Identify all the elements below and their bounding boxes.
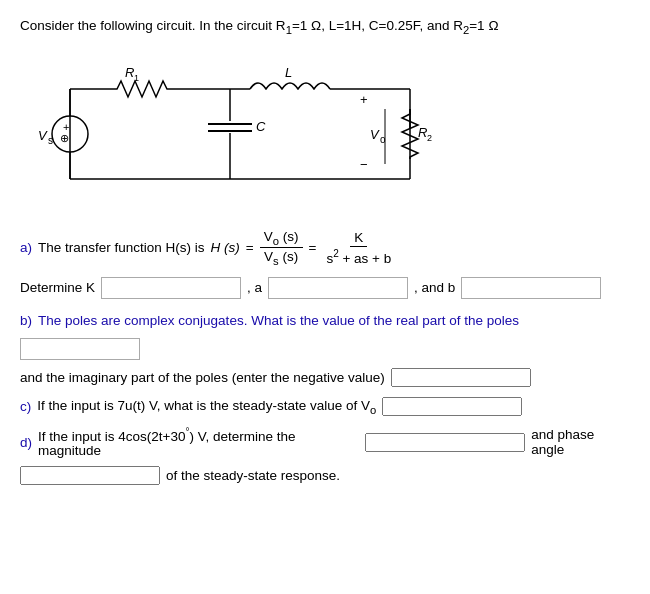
K-denominator: s2 + as + b (322, 247, 395, 266)
part-a-section: a) The transfer function H(s) is H (s) =… (20, 229, 630, 299)
steady-state-c-input[interactable] (382, 397, 522, 416)
part-c-row: c) If the input is 7u(t) V, what is the … (20, 397, 630, 416)
and-phase-label: and phase angle (531, 427, 630, 457)
steady-state-label: of the steady-state response. (166, 468, 340, 483)
a-input[interactable] (268, 277, 408, 299)
part-c-section: c) If the input is 7u(t) V, what is the … (20, 397, 630, 416)
part-c-desc: If the input is 7u(t) V, what is the ste… (37, 398, 376, 416)
part-a-marker: a) (20, 240, 32, 255)
equals1: = (246, 240, 254, 255)
magnitude-input[interactable] (365, 433, 525, 452)
b-input[interactable] (461, 277, 601, 299)
part-b-section: b) The poles are complex conjugates. Wha… (20, 313, 630, 387)
problem-header: Consider the following circuit. In the c… (20, 16, 630, 39)
imag-poles-input[interactable] (391, 368, 531, 387)
svg-text:2: 2 (427, 133, 432, 143)
and-b-label: , and b (414, 280, 455, 295)
svg-text:−: − (360, 157, 368, 172)
svg-text:R: R (418, 125, 427, 140)
K-input[interactable] (101, 277, 241, 299)
real-poles-row (20, 338, 630, 360)
fraction-numerator: Vo (s) (260, 229, 303, 249)
part-b-marker: b) (20, 313, 32, 328)
svg-text:C: C (256, 119, 266, 134)
determine-label: Determine K (20, 280, 95, 295)
part-d-desc: If the input is 4cos(2t+30°) V, determin… (38, 426, 359, 459)
part-d-section: d) If the input is 4cos(2t+30°) V, deter… (20, 426, 630, 486)
K-numerator: K (350, 230, 367, 247)
svg-text:s: s (48, 135, 53, 146)
part-b-desc: The poles are complex conjugates. What i… (38, 313, 519, 328)
part-d-marker: d) (20, 435, 32, 450)
comma-a-label: , a (247, 280, 262, 295)
equals2: = (309, 240, 317, 255)
part-a-desc: The transfer function H(s) is (38, 240, 205, 255)
svg-text:V: V (38, 128, 48, 143)
part-a-label: a) The transfer function H(s) is H (s) =… (20, 229, 630, 267)
determine-row: Determine K , a , and b (20, 277, 630, 299)
K-fraction: K s2 + as + b (322, 230, 395, 266)
fraction-denominator: Vs (s) (260, 248, 302, 267)
svg-text:⊕: ⊕ (60, 132, 69, 144)
svg-text:V: V (370, 127, 380, 142)
part-d-row: d) If the input is 4cos(2t+30°) V, deter… (20, 426, 630, 459)
Hs-label: H (s) (211, 240, 240, 255)
phase-row: of the steady-state response. (20, 466, 630, 485)
part-c-marker: c) (20, 399, 31, 414)
imaginary-part-row: and the imaginary part of the poles (ent… (20, 368, 630, 387)
svg-text:+: + (360, 92, 368, 107)
svg-text:R: R (125, 65, 134, 80)
circuit-diagram: + ⊕ V s C R 1 L + − V o R (30, 49, 450, 209)
phase-input[interactable] (20, 466, 160, 485)
imaginary-label: and the imaginary part of the poles (ent… (20, 370, 385, 385)
svg-text:1: 1 (134, 73, 139, 83)
svg-text:L: L (285, 65, 292, 80)
real-poles-input[interactable] (20, 338, 140, 360)
part-b-label-row: b) The poles are complex conjugates. Wha… (20, 313, 630, 328)
transfer-fraction: Vo (s) Vs (s) (260, 229, 303, 267)
